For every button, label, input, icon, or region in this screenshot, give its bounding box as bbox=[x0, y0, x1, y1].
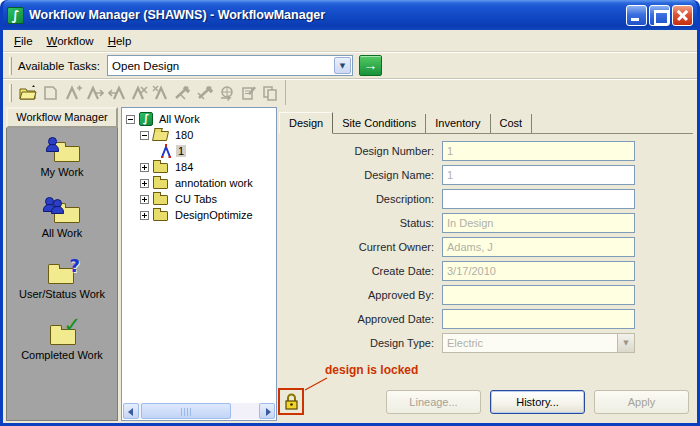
sidebar-panel: My Work All Work ? bbox=[6, 128, 118, 421]
new-design-page-icon[interactable] bbox=[40, 84, 61, 102]
tree-node-all-work[interactable]: ∫ All Work bbox=[126, 111, 274, 127]
field-value: In Design bbox=[447, 217, 493, 229]
horizontal-scrollbar[interactable] bbox=[123, 403, 275, 419]
chevron-down-icon[interactable]: ▼ bbox=[334, 57, 351, 74]
current-owner-field[interactable]: Adams, J bbox=[442, 237, 635, 257]
scroll-left-arrow-icon[interactable] bbox=[123, 403, 139, 419]
design-tools-alt-icon[interactable] bbox=[194, 84, 215, 102]
expand-icon[interactable] bbox=[140, 211, 149, 220]
design-back-icon[interactable] bbox=[106, 84, 127, 102]
tree-node-annotation-work[interactable]: annotation work bbox=[126, 175, 274, 191]
tree-node-label[interactable]: All Work bbox=[157, 113, 202, 125]
sidebar-header-button[interactable]: Workflow Manager bbox=[6, 107, 118, 128]
app-logo-icon: ∫ bbox=[7, 7, 24, 24]
design-name-field[interactable]: 1 bbox=[442, 165, 635, 185]
close-button[interactable] bbox=[672, 5, 693, 26]
tab-site-conditions[interactable]: Site Conditions bbox=[333, 114, 426, 133]
sidebar-item-label: User/Status Work bbox=[19, 288, 105, 300]
design-number-label: Design Number: bbox=[281, 145, 442, 157]
folder-icon bbox=[153, 163, 168, 173]
design-type-label: Design Type: bbox=[281, 337, 442, 349]
expand-icon[interactable] bbox=[140, 163, 149, 172]
tree-node-cu-tabs[interactable]: CU Tabs bbox=[126, 191, 274, 207]
field-value: 1 bbox=[447, 145, 453, 157]
folder-icon bbox=[153, 179, 168, 189]
design-tools-icon[interactable] bbox=[172, 84, 193, 102]
menu-item-workflow[interactable]: Workflow bbox=[40, 32, 101, 50]
tree-node-design-1[interactable]: 1 bbox=[126, 143, 274, 159]
design-form: Design Number: 1 Design Name: 1 Descript… bbox=[279, 141, 693, 353]
tab-design[interactable]: Design bbox=[279, 112, 333, 134]
toolbar-gripper-2[interactable] bbox=[9, 84, 12, 102]
available-tasks-combobox[interactable]: Open Design ▼ bbox=[107, 55, 353, 76]
open-folder-icon bbox=[152, 131, 169, 141]
status-field[interactable]: In Design bbox=[442, 213, 635, 233]
sidebar-item-user-status-work[interactable]: ? User/Status Work bbox=[7, 256, 117, 300]
sidebar-item-all-work[interactable]: All Work bbox=[7, 195, 117, 239]
people-folder-icon bbox=[42, 195, 82, 225]
approved-date-field[interactable] bbox=[442, 309, 635, 329]
design-number-field[interactable]: 1 bbox=[442, 141, 635, 161]
chevron-down-icon[interactable]: ▼ bbox=[617, 334, 634, 352]
web-sync-icon[interactable] bbox=[216, 84, 237, 102]
current-owner-label: Current Owner: bbox=[281, 241, 442, 253]
tree-node-label[interactable]: 184 bbox=[173, 161, 195, 173]
design-type-combobox[interactable]: Electric ▼ bbox=[442, 333, 635, 353]
run-task-button[interactable]: → bbox=[359, 55, 382, 76]
create-date-field[interactable]: 3/17/2010 bbox=[442, 261, 635, 281]
edit-notes-icon[interactable] bbox=[238, 84, 259, 102]
expand-icon[interactable] bbox=[140, 195, 149, 204]
person-shape bbox=[46, 137, 59, 152]
open-design-folder-icon[interactable] bbox=[18, 84, 39, 102]
lock-icon bbox=[284, 393, 299, 411]
titlebar: ∫ Workflow Manager (SHAWNS) - WorkflowMa… bbox=[3, 0, 697, 30]
menu-item-help[interactable]: Help bbox=[101, 32, 139, 50]
tab-cost[interactable]: Cost bbox=[491, 114, 533, 133]
scrollbar-track[interactable] bbox=[139, 403, 259, 419]
tree-node-label[interactable]: 180 bbox=[173, 129, 195, 141]
combobox-value: Electric bbox=[443, 337, 617, 349]
design-cancel-icon[interactable] bbox=[150, 84, 171, 102]
design-locked-annotation: design is locked bbox=[325, 363, 418, 377]
apply-button[interactable]: Apply bbox=[594, 390, 689, 414]
create-design-icon[interactable] bbox=[62, 84, 83, 102]
scrollbar-thumb[interactable] bbox=[141, 403, 231, 419]
expand-icon[interactable] bbox=[140, 179, 149, 188]
menu-item-file[interactable]: File bbox=[7, 32, 40, 50]
folder-check-icon: ✓ bbox=[42, 317, 82, 347]
design-reject-icon[interactable] bbox=[128, 84, 149, 102]
tree-node-180[interactable]: 180 bbox=[126, 127, 274, 143]
sidebar: Workflow Manager My Work bbox=[6, 107, 118, 421]
folder-question-icon: ? bbox=[42, 256, 82, 286]
tree-node-184[interactable]: 184 bbox=[126, 159, 274, 175]
form-row: Approved Date: bbox=[279, 309, 693, 329]
description-field[interactable] bbox=[442, 189, 635, 209]
collapse-icon[interactable] bbox=[140, 131, 149, 140]
app-window: ∫ Workflow Manager (SHAWNS) - WorkflowMa… bbox=[0, 0, 700, 426]
action-button-row: Lineage... History... Apply bbox=[377, 390, 689, 414]
tree-node-designoptimize[interactable]: DesignOptimize bbox=[126, 207, 274, 223]
scroll-right-arrow-icon[interactable] bbox=[259, 403, 275, 419]
field-value: Adams, J bbox=[447, 241, 493, 253]
sidebar-item-my-work[interactable]: My Work bbox=[7, 134, 117, 178]
collapse-icon[interactable] bbox=[126, 115, 135, 124]
tree-node-label[interactable]: DesignOptimize bbox=[173, 209, 255, 221]
sidebar-item-completed-work[interactable]: ✓ Completed Work bbox=[7, 317, 117, 361]
form-row: Create Date: 3/17/2010 bbox=[279, 261, 693, 281]
copy-pages-icon[interactable] bbox=[260, 84, 281, 102]
design-forward-icon[interactable] bbox=[84, 84, 105, 102]
form-row: Approved By: bbox=[279, 285, 693, 305]
approved-by-field[interactable] bbox=[442, 285, 635, 305]
tree-node-label-selected[interactable]: 1 bbox=[176, 145, 186, 157]
question-glyph: ? bbox=[70, 255, 80, 276]
tree-node-label[interactable]: CU Tabs bbox=[173, 193, 219, 205]
minimize-button[interactable] bbox=[626, 5, 647, 26]
tree-node-label[interactable]: annotation work bbox=[173, 177, 255, 189]
person-shape bbox=[51, 199, 64, 214]
history-button[interactable]: History... bbox=[490, 390, 585, 414]
lineage-button[interactable]: Lineage... bbox=[386, 390, 481, 414]
maximize-button[interactable] bbox=[649, 5, 670, 26]
tab-inventory[interactable]: Inventory bbox=[426, 114, 490, 133]
available-tasks-label: Available Tasks: bbox=[18, 60, 100, 72]
toolbar-gripper[interactable] bbox=[9, 57, 12, 75]
